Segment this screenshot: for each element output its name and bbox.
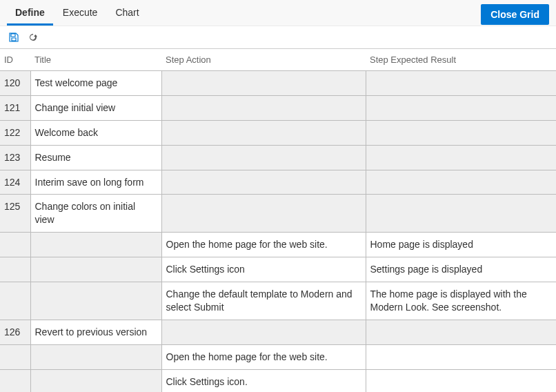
cell-title[interactable] <box>30 344 161 369</box>
cell-title[interactable] <box>30 233 161 257</box>
cell-title[interactable]: Interim save on long form <box>30 170 161 195</box>
cell-step-action[interactable] <box>161 320 366 344</box>
table-row[interactable]: 124Interim save on long form <box>0 170 556 195</box>
cell-step-expected[interactable] <box>366 369 556 392</box>
table-row[interactable]: Click Settings iconSettings page is disp… <box>0 257 556 282</box>
cell-step-action[interactable]: Change the default template to Modern an… <box>161 282 366 320</box>
toolbar <box>0 26 556 48</box>
cell-step-expected[interactable] <box>366 170 556 195</box>
cell-title[interactable]: Resume <box>30 145 161 170</box>
cell-title[interactable] <box>30 257 161 282</box>
cell-id[interactable]: 124 <box>0 170 30 195</box>
cell-step-expected[interactable] <box>366 320 556 344</box>
cell-id[interactable]: 123 <box>0 145 30 170</box>
refresh-icon[interactable] <box>28 32 39 43</box>
save-icon[interactable] <box>8 32 19 43</box>
tab-strip: Define Execute Chart <box>7 0 148 26</box>
cell-title[interactable] <box>30 282 161 320</box>
table-row[interactable]: 123Resume <box>0 145 556 170</box>
cell-step-action[interactable] <box>161 95 366 120</box>
cell-step-action[interactable] <box>161 170 366 195</box>
cell-id[interactable] <box>0 233 30 257</box>
cell-step-action[interactable] <box>161 195 366 233</box>
cell-step-action[interactable]: Click Settings icon <box>161 257 366 282</box>
cell-step-expected[interactable] <box>366 344 556 369</box>
cell-step-expected[interactable] <box>366 95 556 120</box>
table-row[interactable]: 122Welcome back <box>0 120 556 145</box>
cell-step-action[interactable] <box>161 120 366 145</box>
cell-step-action[interactable]: Open the home page for the web site. <box>161 344 366 369</box>
cell-step-action[interactable]: Open the home page for the web site. <box>161 233 366 257</box>
header-bar: Define Execute Chart Close Grid <box>0 0 556 26</box>
test-grid: ID Title Step Action Step Expected Resul… <box>0 48 556 392</box>
cell-step-expected[interactable] <box>366 145 556 170</box>
cell-id[interactable]: 121 <box>0 95 30 120</box>
cell-step-expected[interactable]: The home page is displayed with the Mode… <box>366 282 556 320</box>
cell-id[interactable] <box>0 257 30 282</box>
grid-header-row: ID Title Step Action Step Expected Resul… <box>0 49 556 71</box>
cell-title[interactable]: Test welcome page <box>30 71 161 96</box>
cell-title[interactable]: Change colors on initial view <box>30 195 161 233</box>
col-header-title[interactable]: Title <box>30 49 161 71</box>
table-row[interactable]: Open the home page for the web site. <box>0 344 556 369</box>
table-row[interactable]: Click Settings icon. <box>0 369 556 392</box>
cell-id[interactable] <box>0 282 30 320</box>
cell-title[interactable] <box>30 369 161 392</box>
cell-step-action[interactable] <box>161 71 366 96</box>
table-row[interactable]: 126Revert to previous version <box>0 320 556 344</box>
cell-step-expected[interactable] <box>366 195 556 233</box>
tab-chart[interactable]: Chart <box>107 0 147 26</box>
close-grid-button[interactable]: Close Grid <box>481 4 549 25</box>
tab-execute[interactable]: Execute <box>54 0 106 26</box>
cell-id[interactable] <box>0 344 30 369</box>
cell-step-expected[interactable]: Home page is displayed <box>366 233 556 257</box>
table-row[interactable]: 125Change colors on initial view <box>0 195 556 233</box>
table-row[interactable]: 121Change initial view <box>0 95 556 120</box>
cell-id[interactable]: 125 <box>0 195 30 233</box>
cell-id[interactable]: 120 <box>0 71 30 96</box>
table-row[interactable]: 120Test welcome page <box>0 71 556 96</box>
cell-step-action[interactable]: Click Settings icon. <box>161 369 366 392</box>
cell-title[interactable]: Revert to previous version <box>30 320 161 344</box>
cell-id[interactable] <box>0 369 30 392</box>
cell-title[interactable]: Change initial view <box>30 95 161 120</box>
cell-id[interactable]: 126 <box>0 320 30 344</box>
table-row[interactable]: Open the home page for the web site.Home… <box>0 233 556 257</box>
cell-step-expected[interactable] <box>366 120 556 145</box>
cell-step-expected[interactable]: Settings page is displayed <box>366 257 556 282</box>
cell-id[interactable]: 122 <box>0 120 30 145</box>
cell-title[interactable]: Welcome back <box>30 120 161 145</box>
cell-step-action[interactable] <box>161 145 366 170</box>
table-row[interactable]: Change the default template to Modern an… <box>0 282 556 320</box>
col-header-id[interactable]: ID <box>0 49 30 71</box>
col-header-action[interactable]: Step Action <box>161 49 366 71</box>
tab-define[interactable]: Define <box>7 0 53 26</box>
cell-step-expected[interactable] <box>366 71 556 96</box>
col-header-result[interactable]: Step Expected Result <box>366 49 556 71</box>
